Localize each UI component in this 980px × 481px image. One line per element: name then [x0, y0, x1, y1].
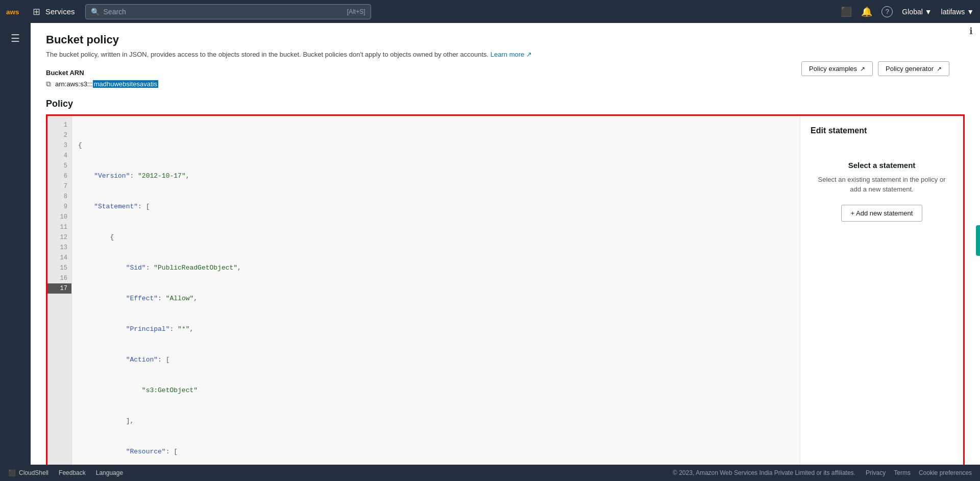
sidebar: ☰	[0, 23, 31, 465]
language-item[interactable]: Language	[96, 469, 123, 476]
arn-value: arn:aws:s3:::madhuwebsitesavatis	[55, 80, 158, 88]
code-line-1: {	[78, 140, 794, 151]
line-num-17: 17	[47, 283, 71, 294]
line-num-2: 2	[47, 130, 71, 140]
select-statement-desc: Select an existing statement in the poli…	[816, 175, 948, 195]
select-statement-heading: Select a statement	[816, 161, 948, 170]
code-line-3: "Statement": [	[78, 202, 794, 212]
copyright-text: © 2023, Amazon Web Services India Privat…	[673, 469, 855, 476]
line-num-16: 16	[47, 273, 71, 283]
feedback-item[interactable]: Feedback	[59, 469, 86, 476]
code-line-4: {	[78, 232, 794, 243]
code-content[interactable]: { "Version": "2012-10-17", "Statement": …	[72, 116, 800, 482]
top-buttons: Policy examples ↗ Policy generator ↗	[801, 61, 949, 76]
line-num-8: 8	[47, 191, 71, 202]
search-icon: 🔍	[91, 8, 100, 16]
policy-area: 1 2 3 4 5 6 7 8 9 10 11 12 13 14 15 16 1…	[46, 114, 965, 482]
line-num-5: 5	[47, 161, 71, 171]
line-num-14: 14	[47, 253, 71, 263]
line-num-13: 13	[47, 243, 71, 253]
learn-more-link[interactable]: Learn more ↗	[491, 51, 532, 58]
line-num-1: 1	[47, 120, 71, 130]
page-description: The bucket policy, written in JSON, prov…	[46, 50, 965, 60]
line-num-4: 4	[47, 151, 71, 161]
arn-highlight: madhuwebsitesavatis	[93, 80, 158, 88]
code-line-2: "Version": "2012-10-17",	[78, 171, 794, 181]
line-num-7: 7	[47, 181, 71, 191]
nav-icons: ⬛ 🔔 ? Global ▼ latifaws ▼	[841, 6, 974, 17]
privacy-link[interactable]: Privacy	[866, 469, 886, 476]
terminal-icon[interactable]: ⬛	[841, 6, 852, 17]
bottom-bar: ⬛ CloudShell Feedback Language © 2023, A…	[0, 465, 980, 481]
terms-link[interactable]: Terms	[894, 469, 911, 476]
search-bar: 🔍 [Alt+S]	[85, 4, 371, 19]
aws-logo[interactable]: aws	[6, 2, 26, 21]
info-icon[interactable]: ℹ	[969, 26, 973, 37]
external-icon-1: ↗	[860, 65, 865, 73]
code-editor[interactable]: 1 2 3 4 5 6 7 8 9 10 11 12 13 14 15 16 1…	[47, 116, 800, 482]
line-num-10: 10	[47, 212, 71, 222]
help-icon[interactable]: ?	[881, 6, 893, 17]
policy-heading: Policy	[46, 99, 965, 109]
search-shortcut: [Alt+S]	[347, 8, 365, 15]
right-panel: Edit statement Select a statement Select…	[800, 116, 963, 482]
line-num-12: 12	[47, 232, 71, 243]
page-title: Bucket policy	[46, 33, 965, 46]
cookie-link[interactable]: Cookie preferences	[919, 469, 972, 476]
svg-text:aws: aws	[6, 8, 19, 15]
policy-generator-button[interactable]: Policy generator ↗	[878, 61, 949, 76]
edit-statement-title: Edit statement	[811, 126, 953, 135]
top-navigation: aws ⊞ Services 🔍 [Alt+S] ⬛ 🔔 ? Global ▼ …	[0, 0, 980, 23]
line-num-11: 11	[47, 222, 71, 232]
line-num-15: 15	[47, 263, 71, 273]
sidebar-menu-icon[interactable]: ☰	[7, 28, 24, 49]
code-line-7: "Principal": "*",	[78, 324, 794, 334]
user-menu[interactable]: latifaws ▼	[941, 8, 974, 16]
copy-icon[interactable]: ⧉	[46, 80, 51, 88]
code-line-8: "Action": [	[78, 355, 794, 365]
code-line-10: ],	[78, 416, 794, 426]
bell-icon[interactable]: 🔔	[861, 6, 872, 17]
cloudshell-item[interactable]: ⬛ CloudShell	[8, 469, 48, 476]
bottom-links: Privacy Terms Cookie preferences	[866, 469, 972, 476]
code-line-9: "s3:GetObject"	[78, 386, 794, 396]
global-selector[interactable]: Global ▼	[902, 8, 932, 16]
code-line-11: "Resource": [	[78, 447, 794, 457]
search-input[interactable]	[104, 8, 343, 16]
line-num-6: 6	[47, 171, 71, 181]
line-num-3: 3	[47, 140, 71, 151]
grid-icon[interactable]: ⊞	[33, 6, 40, 17]
code-line-5: "Sid": "PublicReadGetObject",	[78, 263, 794, 273]
line-num-9: 9	[47, 202, 71, 212]
code-line-6: "Effect": "Allow",	[78, 294, 794, 304]
policy-examples-button[interactable]: Policy examples ↗	[801, 61, 873, 76]
services-nav-label[interactable]: Services	[45, 7, 75, 16]
scroll-tab[interactable]	[976, 225, 980, 256]
external-icon-2: ↗	[937, 65, 942, 73]
external-link-icon: ↗	[526, 51, 532, 58]
add-statement-button[interactable]: + Add new statement	[841, 205, 923, 222]
main-content: Bucket policy The bucket policy, written…	[31, 23, 980, 481]
select-statement-box: Select a statement Select an existing st…	[811, 146, 953, 237]
header-area: Bucket policy The bucket policy, written…	[46, 33, 965, 60]
line-numbers: 1 2 3 4 5 6 7 8 9 10 11 12 13 14 15 16 1…	[47, 116, 72, 482]
arn-row: ⧉ arn:aws:s3:::madhuwebsitesavatis	[46, 80, 965, 88]
cloudshell-icon: ⬛	[8, 469, 16, 476]
